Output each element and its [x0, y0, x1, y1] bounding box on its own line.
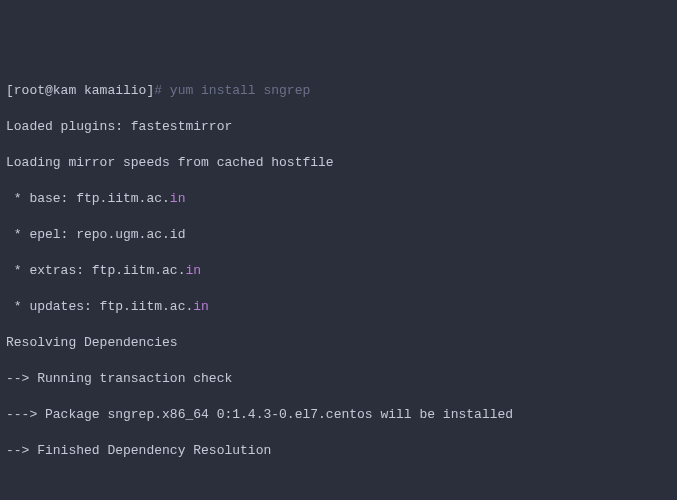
blank-line-1: [6, 478, 671, 496]
mirror-updates-line: * updates: ftp.iitm.ac.in: [6, 298, 671, 316]
mirror-extras-prefix: * extras: ftp.iitm.ac.: [6, 263, 185, 278]
prompt-line: [root@kam kamailio]# yum install sngrep: [6, 82, 671, 100]
mirror-extras-suffix: in: [185, 263, 201, 278]
output-loaded-plugins: Loaded plugins: fastestmirror: [6, 118, 671, 136]
mirror-epel-line: * epel: repo.ugm.ac.id: [6, 226, 671, 244]
resolving-deps: Resolving Dependencies: [6, 334, 671, 352]
mirror-base-suffix: in: [170, 191, 186, 206]
prompt-user-host: [root@kam kamailio]: [6, 83, 154, 98]
prompt-command: yum install sngrep: [162, 83, 310, 98]
mirror-base-line: * base: ftp.iitm.ac.in: [6, 190, 671, 208]
finished-resolution: --> Finished Dependency Resolution: [6, 442, 671, 460]
prompt-hash: #: [154, 83, 162, 98]
running-check: --> Running transaction check: [6, 370, 671, 388]
output-loading-mirror: Loading mirror speeds from cached hostfi…: [6, 154, 671, 172]
package-install-line: ---> Package sngrep.x86_64 0:1.4.3-0.el7…: [6, 406, 671, 424]
mirror-extras-line: * extras: ftp.iitm.ac.in: [6, 262, 671, 280]
mirror-base-prefix: * base: ftp.iitm.ac.: [6, 191, 170, 206]
mirror-updates-prefix: * updates: ftp.iitm.ac.: [6, 299, 193, 314]
mirror-updates-suffix: in: [193, 299, 209, 314]
